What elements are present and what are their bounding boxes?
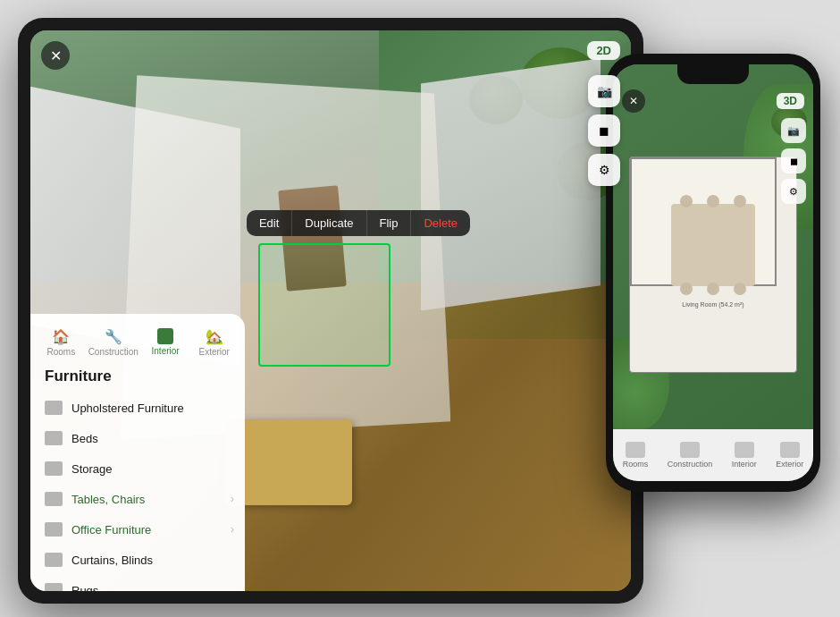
tablet-screen: Edit Duplicate Flip Delete ✕ 2D 📷 ◼ ⚙ [30, 30, 631, 591]
fp-chair-bot-2 [707, 283, 719, 295]
delete-button[interactable]: Delete [411, 210, 470, 236]
edit-button[interactable]: Edit [247, 210, 292, 236]
phone-nav-rooms[interactable]: Rooms [623, 442, 649, 469]
tablet-right-toolbar: 📷 ◼ ⚙ [588, 75, 620, 186]
menu-item-beds-label: Beds [71, 432, 98, 445]
curtains-icon [45, 553, 63, 567]
fp-chair-top-2 [707, 195, 719, 207]
tablet-top-bar: ✕ 2D [41, 41, 620, 70]
settings-button[interactable]: ⚙ [588, 154, 620, 186]
construction-icon: 🔧 [105, 328, 122, 345]
phone-nav-interior-label: Interior [732, 460, 757, 469]
menu-item-storage[interactable]: Storage [30, 453, 245, 484]
phone-screen: Living Room (54.2 m²) ✕ 3D 📷 ◼ ⚙ Rooms [613, 64, 813, 481]
furniture-panel: 🏠 Rooms 🔧 Construction Interior 🏡 Exteri… [30, 314, 245, 591]
phone-nav-construction[interactable]: Construction [668, 442, 713, 469]
phone-nav-construction-label: Construction [668, 460, 713, 469]
phone-bottom-nav: Rooms Construction Interior Exterior [613, 429, 813, 481]
fp-chair-top-1 [680, 195, 693, 207]
menu-item-office-label: Office Furniture [71, 523, 151, 537]
floor-plan: Living Room (54.2 m²) [629, 156, 797, 373]
tab-exterior-label: Exterior [198, 347, 229, 357]
rooms-icon: 🏠 [52, 328, 70, 345]
upholstered-icon [45, 401, 63, 415]
context-menu: Edit Duplicate Flip Delete [247, 210, 470, 236]
phone-close-button[interactable]: ✕ [622, 89, 645, 113]
menu-item-storage-label: Storage [71, 462, 113, 476]
panel-title: Furniture [30, 368, 245, 393]
tables-chairs-arrow: › [231, 493, 234, 505]
tab-construction-label: Construction [88, 347, 139, 357]
tab-construction[interactable]: 🔧 Construction [87, 325, 140, 360]
sofa-selection-box [258, 243, 391, 367]
phone-top-bar: ✕ 3D [622, 89, 804, 113]
phone-nav-exterior-label: Exterior [776, 460, 803, 469]
phone-device: Living Room (54.2 m²) ✕ 3D 📷 ◼ ⚙ Rooms [606, 54, 820, 492]
room-label: Living Room (54.2 m²) [682, 301, 743, 308]
phone-right-toolbar: 📷 ◼ ⚙ [781, 118, 806, 204]
house-wall-right [421, 58, 601, 310]
tablet-close-button[interactable]: ✕ [41, 41, 70, 70]
menu-item-tables-chairs-label: Tables, Chairs [71, 493, 145, 506]
tab-rooms[interactable]: 🏠 Rooms [38, 325, 85, 360]
duplicate-button[interactable]: Duplicate [292, 210, 366, 236]
phone-layers-button[interactable]: ◼ [781, 148, 806, 173]
tab-interior-label: Interior [152, 346, 180, 356]
app-scene: Edit Duplicate Flip Delete ✕ 2D 📷 ◼ ⚙ [0, 0, 840, 617]
fp-chair-bot-3 [734, 283, 746, 295]
tab-interior[interactable]: Interior [142, 325, 189, 360]
phone-view-mode-badge[interactable]: 3D [777, 93, 804, 109]
fp-dining-table [671, 204, 754, 285]
menu-item-upholstered[interactable]: Upholstered Furniture [30, 393, 245, 423]
menu-item-curtains-label: Curtains, Blinds [71, 554, 153, 567]
menu-item-rugs[interactable]: Rugs [30, 575, 245, 591]
menu-item-beds[interactable]: Beds [30, 423, 245, 453]
tables-chairs-icon [45, 492, 63, 506]
phone-nav-rooms-icon [626, 442, 645, 458]
exterior-icon: 🏡 [206, 328, 223, 345]
fp-main-room: Living Room (54.2 m²) [630, 157, 777, 286]
phone-nav-interior[interactable]: Interior [732, 442, 757, 469]
beds-icon [45, 431, 63, 445]
menu-item-upholstered-label: Upholstered Furniture [71, 401, 184, 415]
phone-nav-interior-icon [735, 442, 754, 458]
interior-icon [157, 328, 173, 344]
layers-button[interactable]: ◼ [588, 114, 620, 147]
tab-exterior[interactable]: 🏡 Exterior [190, 325, 238, 360]
phone-nav-construction-icon [680, 442, 700, 458]
fp-chair-bot-1 [680, 283, 693, 295]
tab-rooms-label: Rooms [46, 347, 75, 357]
storage-icon [45, 461, 63, 476]
tab-bar: 🏠 Rooms 🔧 Construction Interior 🏡 Exteri… [30, 325, 245, 360]
menu-item-tables-chairs[interactable]: Tables, Chairs › [30, 484, 245, 514]
phone-notch [677, 64, 749, 84]
camera-button[interactable]: 📷 [588, 75, 620, 107]
phone-nav-rooms-label: Rooms [623, 460, 649, 469]
menu-item-rugs-label: Rugs [71, 584, 98, 592]
phone-camera-button[interactable]: 📷 [781, 118, 806, 143]
view-mode-badge[interactable]: 2D [587, 41, 620, 60]
phone-settings-button[interactable]: ⚙ [781, 179, 806, 204]
office-icon [45, 522, 63, 537]
fp-chair-top-3 [734, 195, 746, 207]
menu-item-curtains[interactable]: Curtains, Blinds [30, 545, 245, 575]
menu-item-office[interactable]: Office Furniture › [30, 514, 245, 545]
rugs-icon [45, 583, 63, 591]
phone-nav-exterior[interactable]: Exterior [776, 442, 803, 469]
phone-nav-exterior-icon [780, 442, 800, 458]
tablet-device: Edit Duplicate Flip Delete ✕ 2D 📷 ◼ ⚙ [18, 18, 643, 604]
office-arrow: › [231, 523, 234, 536]
flip-button[interactable]: Flip [367, 210, 412, 236]
